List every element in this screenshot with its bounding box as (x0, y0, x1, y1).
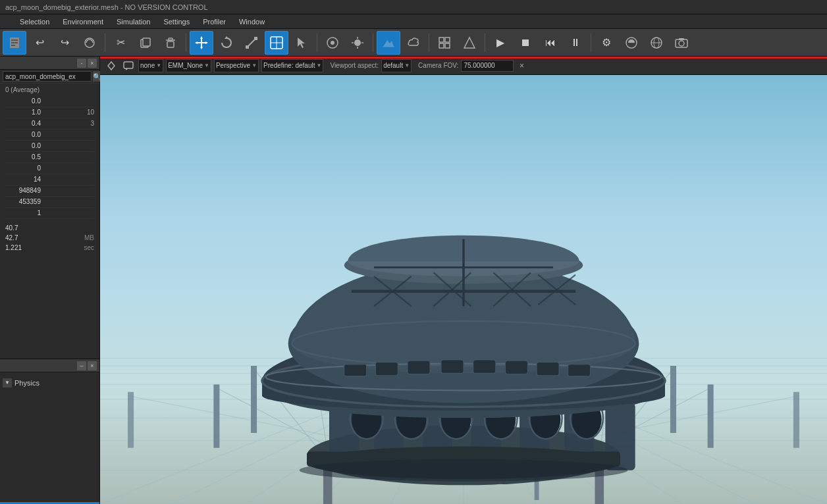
toolbar-sep-7 (591, 34, 591, 52)
predefine-dropdown[interactable]: Predefine: default ▼ (261, 59, 323, 72)
scale-button[interactable] (240, 31, 263, 55)
undo-button[interactable]: ↩ (28, 31, 51, 55)
pause-button[interactable]: ⏸ (564, 31, 587, 55)
search-row: 🔍 (0, 70, 99, 84)
rotate-button[interactable] (215, 31, 238, 55)
svg-rect-128 (473, 360, 496, 373)
prev-button[interactable]: ⏮ (539, 31, 562, 55)
view-dropdown[interactable]: Perspective ▼ (214, 59, 259, 72)
physics-close-button[interactable]: × (88, 361, 97, 370)
prop-val-3: 0.0 (8, 130, 41, 140)
circle-view-button[interactable] (321, 31, 344, 55)
viewport-chat-button[interactable] (121, 59, 136, 73)
prop-extra-9 (74, 197, 94, 207)
clone-button[interactable] (78, 31, 101, 55)
avg-label: 0 (Average) (5, 86, 94, 93)
emm-dropdown[interactable]: EMM_None ▼ (166, 59, 211, 72)
prop-extra-5 (74, 152, 94, 163)
svg-rect-2 (11, 42, 18, 43)
select-button[interactable] (290, 31, 313, 55)
prop-extra-7 (74, 174, 94, 185)
physics-minimize-button[interactable]: – (77, 361, 86, 370)
redo-button[interactable]: ↪ (53, 31, 76, 55)
info-val-1: 42.7 (5, 233, 18, 243)
menu-item-environment[interactable]: Environment (56, 16, 110, 27)
search-input[interactable] (3, 71, 92, 82)
menu-item-file[interactable] (0, 20, 13, 23)
menu-item-selection[interactable]: Selection (13, 16, 56, 27)
cloud-button[interactable] (402, 31, 425, 55)
left-panel: - × 🔍 0 (Average) 0.0 1.0 10 0. (0, 57, 100, 504)
toolbar-sep-2 (186, 34, 186, 52)
predefine-arrow: ▼ (316, 63, 321, 68)
svg-rect-18 (254, 37, 257, 40)
stop-button[interactable]: ⏹ (514, 31, 537, 55)
prop-row-2: 0.4 3 (5, 118, 94, 130)
svg-rect-127 (441, 360, 464, 373)
menu-item-window[interactable]: Window (232, 16, 271, 27)
svg-marker-23 (298, 38, 305, 48)
prop-extra-3 (74, 130, 94, 140)
grid-view-button[interactable] (433, 31, 456, 55)
svg-point-134 (300, 459, 628, 482)
svg-rect-7 (167, 41, 174, 47)
info-val-0: 40.7 (5, 223, 18, 233)
prop-extra-1: 10 (74, 107, 94, 118)
svg-rect-126 (408, 361, 430, 374)
settings-button[interactable]: ⚙ (595, 31, 618, 55)
menu-item-settings[interactable]: Settings (157, 16, 196, 27)
view-arrow: ▼ (252, 63, 257, 68)
transform-button[interactable] (265, 31, 288, 55)
title-bar: acp_moon_domebig_exterior.mesh - NO VERS… (0, 0, 827, 14)
prop-val-2: 0.4 (8, 118, 41, 129)
viewport[interactable]: none ▼ EMM_None ▼ Perspective ▼ Predefin… (100, 57, 827, 504)
svg-point-26 (354, 39, 361, 46)
info-row-2: 1.221 sec (5, 243, 94, 253)
play-button[interactable]: ▶ (489, 31, 512, 55)
svg-rect-36 (445, 43, 450, 48)
menu-bar: Selection Environment Simulation Setting… (0, 14, 827, 29)
prop-extra-4 (74, 141, 94, 151)
prop-row-8: 948849 (5, 186, 94, 197)
aspect-dropdown[interactable]: default ▼ (381, 59, 412, 72)
physics-panel: ▼ Physics (0, 372, 99, 392)
prop-val-6: 0 (8, 163, 41, 174)
physics-label: Physics (14, 379, 40, 387)
panel-close-button[interactable]: × (88, 59, 97, 68)
terrain-button[interactable] (377, 31, 400, 55)
svg-rect-3 (11, 45, 15, 46)
predefine-label: Predefine: default (263, 62, 315, 69)
svg-rect-129 (505, 361, 527, 374)
svg-rect-76 (251, 366, 257, 433)
fov-close-button[interactable]: × (516, 61, 527, 71)
menu-item-profiler[interactable]: Profiler (196, 16, 232, 27)
menu-item-simulation[interactable]: Simulation (110, 16, 157, 27)
fov-input[interactable] (461, 60, 514, 72)
info-unit-2: sec (84, 243, 94, 253)
camera2-button[interactable] (670, 31, 693, 55)
copy-button[interactable] (134, 31, 157, 55)
toolbar-sep-5 (429, 34, 429, 52)
sphere-button[interactable] (645, 31, 668, 55)
nav-dropdown[interactable]: none ▼ (138, 59, 163, 72)
toolbar-sep-4 (373, 34, 373, 52)
info-rows: 40.7 42.7 MB 1.221 sec (0, 222, 99, 254)
viewport-nav-button[interactable] (104, 59, 119, 73)
aspect-value: default (383, 62, 403, 69)
info-row-0: 40.7 (5, 223, 94, 233)
prop-val-4: 0.0 (8, 141, 41, 151)
title-text: acp_moon_domebig_exterior.mesh - NO VERS… (5, 3, 208, 11)
render-button[interactable] (620, 31, 643, 55)
light-button[interactable] (346, 31, 369, 55)
move-button[interactable] (190, 31, 213, 55)
cut-button[interactable]: ✂ (109, 31, 132, 55)
delete-button[interactable] (159, 31, 182, 55)
view-label: Perspective (216, 62, 250, 69)
prop-row-7: 14 (5, 174, 94, 186)
file-button[interactable] (3, 31, 26, 55)
panel-minimize-button[interactable]: - (77, 59, 86, 68)
helpers-button[interactable] (458, 31, 481, 55)
properties-panel-header: - × (0, 57, 99, 70)
physics-expand-button[interactable]: ▼ (3, 378, 12, 388)
svg-marker-14 (195, 41, 198, 44)
